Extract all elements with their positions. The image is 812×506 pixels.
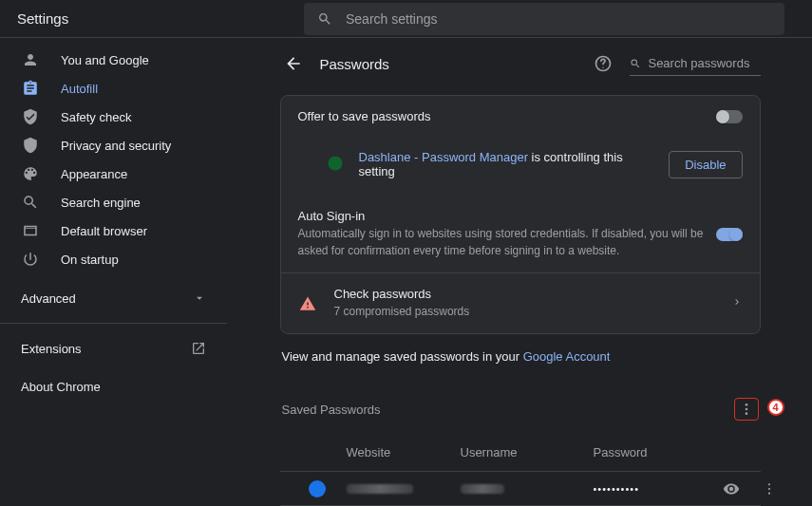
check-passwords-desc: 7 compromised passwords [334,303,731,320]
sidebar-item-label: You and Google [61,53,149,67]
arrow-back-icon [284,54,303,73]
sidebar-item-you-google[interactable]: You and Google [0,46,227,74]
controlling-text: Dashlane - Password Manager is controlli… [359,150,656,178]
sidebar-item-appearance[interactable]: Appearance [0,159,227,188]
sidebar-item-privacy[interactable]: Privacy and security [0,131,227,159]
password-masked: •••••••••• [594,483,708,495]
col-password: Password [594,445,708,459]
auto-signin-desc: Automatically sign in to websites using … [298,225,716,259]
passwords-table-header: Website Username Password [280,438,761,471]
disable-button[interactable]: Disable [669,151,742,178]
sidebar-divider [0,323,227,324]
search-icon [21,193,40,212]
sidebar-extensions[interactable]: Extensions [0,329,227,367]
svg-point-5 [745,412,747,415]
open-in-new-icon [191,341,206,356]
person-icon [21,50,40,69]
show-password-button[interactable] [717,480,746,497]
search-icon [630,57,641,70]
sidebar-item-label: Default browser [61,224,147,238]
sidebar-advanced-label: Advanced [21,291,76,306]
auto-signin-toggle[interactable] [716,228,743,241]
google-account-link[interactable]: Google Account [523,349,611,364]
sidebar-about-label: About Chrome [21,380,101,394]
saved-passwords-title: Saved Passwords [282,403,381,417]
saved-passwords-header: Saved Passwords 4 [280,398,761,421]
sidebar-extensions-label: Extensions [21,342,82,356]
search-passwords-box[interactable] [630,51,761,76]
site-icon [309,480,326,497]
manage-passwords-text: View and manage saved passwords in your … [280,349,761,364]
sidebar-item-autofill[interactable]: Autofill [0,74,227,103]
shield-check-icon [21,107,40,126]
offer-save-label: Offer to save passwords [298,109,716,123]
security-icon [21,136,40,155]
chevron-down-icon [193,291,206,305]
app-header: Settings [0,0,812,38]
extension-icon [327,155,346,174]
check-passwords-row[interactable]: Check passwords 7 compromised passwords [281,272,760,333]
search-passwords-input[interactable] [648,56,760,70]
sidebar-item-on-startup[interactable]: On startup [0,245,227,273]
svg-point-7 [767,487,769,489]
sidebar-item-default-browser[interactable]: Default browser [0,216,227,245]
website-value[interactable] [347,484,413,494]
assignment-icon [21,79,40,98]
svg-point-4 [745,408,747,411]
sidebar-item-label: Autofill [61,82,98,96]
row-more-button[interactable] [755,481,784,497]
offer-save-toggle[interactable] [716,110,743,123]
app-title: Settings [17,10,304,27]
more-vert-icon [762,481,777,497]
sidebar-advanced[interactable]: Advanced [0,279,227,317]
offer-save-row: Offer to save passwords [281,96,760,137]
sidebar-item-label: Privacy and security [61,139,171,153]
sidebar-item-label: Appearance [61,167,127,181]
check-passwords-title: Check passwords [334,287,731,301]
page-title: Passwords [320,56,576,72]
svg-point-8 [767,492,769,494]
auto-signin-title: Auto Sign-in [298,209,716,223]
controlling-notice: Dashlane - Password Manager is controlli… [281,137,760,196]
main-content: Passwords Offer to save passwords [280,42,761,506]
controlling-extension-link[interactable]: Dashlane - Password Manager [359,150,528,164]
col-website: Website [347,445,451,459]
search-icon [317,11,332,27]
saved-passwords-more-button[interactable]: 4 [734,398,759,421]
svg-point-2 [328,157,342,171]
page-header: Passwords [280,42,761,85]
warning-icon [298,294,317,313]
annotation-badge: 4 [767,399,784,416]
help-icon [594,54,613,73]
search-settings-box[interactable] [304,3,784,35]
sidebar-about[interactable]: About Chrome [0,367,227,405]
power-icon [21,250,40,269]
back-button[interactable] [284,54,303,73]
browser-icon [21,221,40,240]
col-username: Username [461,445,584,459]
help-button[interactable] [594,54,613,73]
svg-point-6 [767,483,769,485]
more-vert-icon [739,402,754,417]
settings-card: Offer to save passwords Dashlane - Passw… [280,95,761,334]
svg-point-1 [602,67,603,68]
sidebar-item-label: Search engine [61,196,141,210]
username-value [461,484,504,494]
palette-icon [21,164,40,183]
sidebar-item-label: On startup [61,253,119,267]
sidebar: You and Google Autofill Safety check Pri… [0,38,228,506]
auto-signin-row: Auto Sign-in Automatically sign in to we… [281,196,760,272]
sidebar-item-search-engine[interactable]: Search engine [0,188,227,216]
chevron-right-icon [731,296,743,310]
sidebar-item-safety-check[interactable]: Safety check [0,103,227,131]
passwords-table: Website Username Password •••••••••• [280,438,761,506]
svg-point-3 [745,403,747,406]
password-row: •••••••••• [280,471,761,505]
search-settings-input[interactable] [346,11,771,27]
sidebar-item-label: Safety check [61,110,131,124]
eye-icon [723,480,740,497]
